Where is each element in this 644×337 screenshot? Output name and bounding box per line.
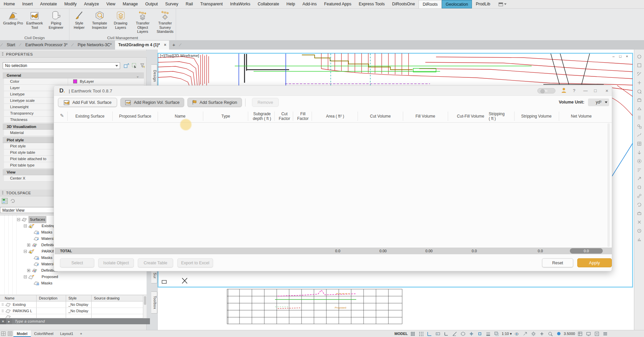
polar-tracking-icon[interactable] xyxy=(451,330,458,337)
viewport-controls-label[interactable]: [+][Top][2D Wireframe] xyxy=(160,54,199,58)
tab-annotate[interactable]: Annotate xyxy=(37,0,61,8)
tab-geolocation-highlighted[interactable]: Geolocation xyxy=(442,0,472,8)
lineweight-icon[interactable] xyxy=(485,330,492,337)
new-tab-button[interactable]: + xyxy=(169,41,179,50)
tab-analyze[interactable]: Analyze xyxy=(80,0,102,8)
transfer-survey-standards-button[interactable]: Transfer Survey Standards xyxy=(154,10,176,34)
layout-preview-icon[interactable] xyxy=(0,330,7,337)
right-toolbar-icon[interactable] xyxy=(636,97,642,103)
col-source-drawing[interactable]: Source drawing xyxy=(94,295,119,301)
scale-value-label[interactable]: 3.5000 xyxy=(564,332,575,336)
add-region-vol-surface-button[interactable]: Add Region Vol. Surface xyxy=(120,98,184,107)
col-description[interactable]: Description xyxy=(39,295,57,301)
tree-label[interactable]: Masks xyxy=(41,280,52,286)
color-value[interactable]: ByLayer xyxy=(80,78,94,85)
command-line[interactable]: ✕ ▸ Type a command xyxy=(0,318,150,324)
right-toolbar-icon[interactable] xyxy=(636,132,642,138)
col-name[interactable]: Name xyxy=(160,110,200,123)
layout-tab-colorwheel[interactable]: ColorWheel xyxy=(31,330,57,337)
doc-tab-start[interactable]: Start xyxy=(3,41,18,50)
add-setting-icon[interactable] xyxy=(539,330,545,337)
apply-button[interactable]: Apply xyxy=(577,258,612,267)
col-stripping-volume[interactable]: Stripping Volume xyxy=(516,110,556,123)
annotation-scale-control[interactable]: 1:10 ▾ xyxy=(502,332,512,336)
col-proposed-surface[interactable]: Proposed Surface xyxy=(115,110,155,123)
toolspace-view-icon[interactable] xyxy=(1,198,8,204)
remove-button[interactable]: Remove xyxy=(252,98,279,107)
tree-label[interactable]: Surfaces xyxy=(29,216,46,223)
infer-constraints-icon[interactable] xyxy=(426,330,433,337)
right-toolbar-icon[interactable] xyxy=(636,149,642,155)
tree-item-masks[interactable]: Masks xyxy=(0,280,147,286)
tab-manage[interactable]: Manage xyxy=(119,0,142,8)
right-toolbar-icon[interactable] xyxy=(636,123,642,129)
right-toolbar-icon[interactable] xyxy=(636,71,642,77)
drawing-layers-button[interactable]: Drawing Layers xyxy=(110,10,131,34)
tab-output[interactable]: Output xyxy=(142,0,162,8)
tab-featured-apps[interactable]: Featured Apps xyxy=(320,0,355,8)
collapse-icon[interactable] xyxy=(24,250,27,253)
layout-tab-layout1[interactable]: Layout1 xyxy=(57,330,76,337)
maximize-icon[interactable]: □ xyxy=(594,88,597,93)
piping-engineer-button[interactable]: Piping Engineer xyxy=(46,10,66,29)
panel-grip[interactable] xyxy=(2,52,3,56)
col-existing-surface[interactable]: Existing Surface xyxy=(70,110,110,123)
table-row-existing[interactable]: Existing _No Display xyxy=(0,301,143,308)
export-to-excel-button[interactable]: Export to Excel xyxy=(177,258,213,267)
tab-collaborate[interactable]: Collaborate xyxy=(254,0,283,8)
palette-tab-toolbox[interactable]: Toolbox xyxy=(151,291,157,314)
pickadd-toggle-icon[interactable] xyxy=(123,63,129,69)
viewport-close-icon[interactable]: × xyxy=(626,54,628,58)
annotation-visibility-icon[interactable] xyxy=(514,330,520,337)
doc-tab-close-icon[interactable]: × xyxy=(163,41,169,50)
new-layout-button[interactable]: + xyxy=(76,330,85,337)
tree-label[interactable]: Masks xyxy=(41,255,52,261)
right-toolbar-icon[interactable] xyxy=(636,167,642,173)
transfer-object-layers-button[interactable]: Transfer Object Layers xyxy=(131,10,154,34)
tab-modify[interactable]: Modify xyxy=(61,0,80,8)
tab-insert[interactable]: Insert xyxy=(18,0,36,8)
right-toolbar-icon[interactable] xyxy=(636,115,642,121)
isolate-objects-icon[interactable] xyxy=(547,330,554,337)
right-toolbar-icon[interactable] xyxy=(636,80,642,86)
dynamic-input-icon[interactable] xyxy=(435,330,441,337)
prop-row-color[interactable]: ColorByLayer xyxy=(4,78,144,85)
workspace-gear-icon[interactable] xyxy=(530,330,537,337)
panel-grip[interactable] xyxy=(2,191,3,195)
grid-display-icon[interactable] xyxy=(410,330,416,337)
palette-tab-design[interactable]: Design xyxy=(151,64,157,88)
tab-transparent[interactable]: Transparent xyxy=(197,0,226,8)
create-table-button[interactable]: Create Table xyxy=(138,258,173,267)
collapse-icon[interactable] xyxy=(24,224,27,227)
right-toolbar-icon[interactable] xyxy=(636,184,642,190)
command-close-icon[interactable]: ✕ xyxy=(0,318,6,324)
close-icon[interactable]: × xyxy=(605,88,608,93)
tree-label[interactable]: Masks xyxy=(41,229,52,235)
minimize-icon[interactable]: — xyxy=(583,88,588,93)
theme-toggle[interactable]: Light xyxy=(537,88,555,93)
tab-dirootsone[interactable]: DiRootsOne xyxy=(388,0,419,8)
doc-tab-pipe-networks[interactable]: Pipe Networks-3C* xyxy=(74,41,115,50)
style-helper-button[interactable]: Style Helper xyxy=(69,10,89,34)
volume-unit-dropdown[interactable]: yd³ xyxy=(588,98,609,106)
quick-select-icon[interactable] xyxy=(140,63,146,69)
right-toolbar-icon[interactable] xyxy=(636,54,642,60)
add-surface-region-button[interactable]: Add Surface Region xyxy=(187,98,242,107)
scrollbar-thumb[interactable] xyxy=(144,296,146,305)
tab-rail[interactable]: Rail xyxy=(182,0,197,8)
table-row-parking[interactable]: PARKING L _No Display xyxy=(0,308,143,314)
tab-express-tools[interactable]: Express Tools xyxy=(355,0,389,8)
osnap-tracking-icon[interactable] xyxy=(468,330,475,337)
ortho-mode-icon[interactable] xyxy=(443,330,450,337)
tab-home[interactable]: Home xyxy=(0,0,18,8)
col-cut-fill-volume[interactable]: Cut-Fill Volume xyxy=(450,110,491,123)
toggle-knob[interactable] xyxy=(540,89,545,93)
template-inspector-button[interactable]: Template Inspector xyxy=(90,10,110,34)
right-toolbar-icon[interactable] xyxy=(636,193,642,199)
col-net-volume[interactable]: Net Volume xyxy=(561,110,601,123)
customization-menu-icon[interactable] xyxy=(602,330,608,337)
tree-label[interactable]: Proposed xyxy=(42,274,58,280)
expand-icon[interactable] xyxy=(27,269,30,272)
select-button[interactable]: Select xyxy=(60,258,94,267)
tab-infraworks[interactable]: InfraWorks xyxy=(226,0,254,8)
